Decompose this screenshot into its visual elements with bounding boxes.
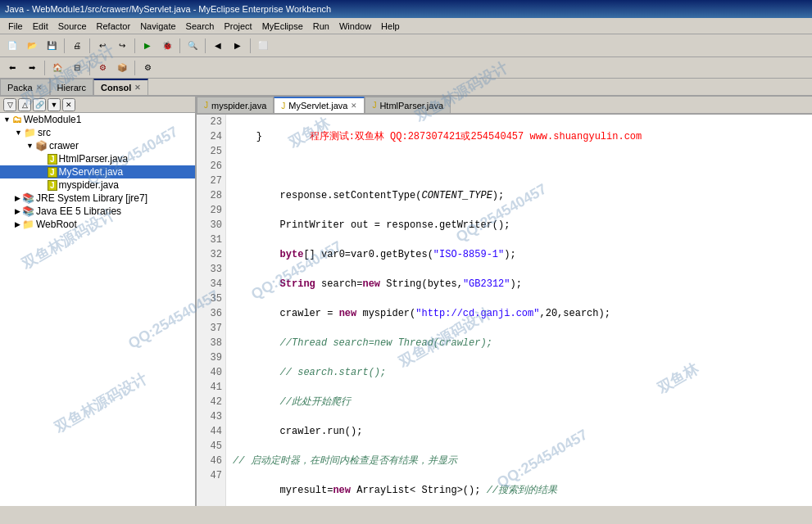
editor-tab-myspider[interactable]: J myspider.java bbox=[197, 97, 274, 113]
undo-button[interactable]: ↩ bbox=[93, 37, 111, 55]
code-line-28: String search=new String(bytes,"GB2312")… bbox=[233, 277, 812, 291]
code-line-32: //此处开始爬行 bbox=[233, 395, 812, 409]
run-button[interactable]: ▶ bbox=[138, 37, 157, 55]
menu-refactor[interactable]: Refactor bbox=[92, 20, 136, 33]
search-toolbar-button[interactable]: 🔍 bbox=[184, 37, 202, 55]
editor-tab-htmlparser[interactable]: J HtmlParser.java bbox=[365, 97, 451, 113]
sidebar-link-btn[interactable]: 🔗 bbox=[33, 98, 46, 111]
tree-item-src[interactable]: ▼ 📁 src bbox=[0, 126, 195, 139]
main-toolbar: 📄 📂 💾 🖨 ↩ ↪ ▶ 🐞 🔍 ◀ ▶ ⬜ bbox=[0, 34, 812, 57]
tab-package-explorer[interactable]: Packa ✕ bbox=[0, 79, 50, 95]
webroot-icon: 📁 bbox=[22, 219, 34, 230]
settings-button[interactable]: ⚙ bbox=[138, 59, 157, 77]
prev-button[interactable]: ◀ bbox=[209, 37, 227, 55]
menu-myeclipse[interactable]: MyEclipse bbox=[257, 20, 308, 33]
webroot-expand-icon[interactable]: ▶ bbox=[15, 220, 20, 228]
menu-help[interactable]: Help bbox=[376, 20, 405, 33]
menu-project[interactable]: Project bbox=[219, 20, 256, 33]
jre-expand-icon[interactable]: ▶ bbox=[15, 194, 20, 202]
expand-icon[interactable]: ▼ bbox=[3, 115, 11, 124]
new-button[interactable]: 📄 bbox=[3, 37, 21, 55]
sidebar-menu-btn[interactable]: ▼ bbox=[48, 98, 61, 111]
tab-console[interactable]: Consol ✕ bbox=[93, 79, 148, 95]
editor-tab-bar: J myspider.java J MyServlet.java ✕ J Htm… bbox=[197, 97, 812, 115]
debug-button[interactable]: 🐞 bbox=[158, 37, 176, 55]
code-line-26: PrintWriter out = response.getWriter(); bbox=[233, 218, 812, 233]
javaee-expand-icon[interactable]: ▶ bbox=[15, 207, 20, 215]
tree-item-javaee[interactable]: ▶ 📚 Java EE 5 Libraries bbox=[0, 205, 195, 218]
red-annotation: 程序测试:双鱼林 QQ:287307421或254540457 www.shua… bbox=[310, 131, 642, 142]
tab-console-label: Consol bbox=[101, 83, 131, 93]
jre-label: JRE System Library [jre7] bbox=[36, 192, 147, 204]
toolbar-sep-1 bbox=[64, 38, 65, 53]
tab-package-close-icon[interactable]: ✕ bbox=[36, 84, 43, 92]
sidebar-collapse-btn[interactable]: ▽ bbox=[3, 98, 16, 111]
project-label: WebModule1 bbox=[24, 114, 82, 125]
tree-item-webmodule1[interactable]: ▼ 🗂 WebModule1 bbox=[0, 113, 195, 126]
code-line-35: myresult=new ArrayList< String>(); //搜索到… bbox=[233, 483, 812, 498]
menu-window[interactable]: Window bbox=[334, 20, 376, 33]
forward-button[interactable]: ➡ bbox=[23, 59, 41, 77]
deploy-button[interactable]: 📦 bbox=[113, 59, 131, 77]
tree-item-crawer[interactable]: ▼ 📦 crawer bbox=[0, 139, 195, 152]
htmlparser-tab-label: HtmlParser.java bbox=[379, 101, 443, 111]
tree-item-webroot[interactable]: ▶ 📁 WebRoot bbox=[0, 218, 195, 231]
myspider-label: myspider.java bbox=[59, 179, 119, 191]
redo-button[interactable]: ↪ bbox=[113, 37, 131, 55]
code-line-29: crawler = new myspider("http://cd.ganji.… bbox=[233, 306, 812, 321]
code-editor[interactable]: 23 24 25 26 27 28 29 30 31 32 33 34 35 3… bbox=[197, 115, 812, 506]
tab-console-close-icon[interactable]: ✕ bbox=[134, 84, 141, 92]
open-button[interactable]: 📂 bbox=[23, 37, 41, 55]
toolbar-sep-2 bbox=[89, 38, 90, 53]
hierarchy-button[interactable]: 🏠 bbox=[48, 59, 66, 77]
title-bar: Java - WebModule1/src/crawer/MyServlet.j… bbox=[0, 0, 812, 18]
menu-run[interactable]: Run bbox=[308, 20, 334, 33]
maximize-button[interactable]: ⬜ bbox=[254, 37, 272, 55]
collapse-button[interactable]: ⊟ bbox=[68, 59, 86, 77]
tab-package-label: Packa bbox=[7, 83, 33, 93]
crawer-expand-icon[interactable]: ▼ bbox=[26, 142, 34, 150]
panel-tab-bar: Packa ✕ Hierarc Consol ✕ bbox=[0, 79, 812, 97]
crawer-label: crawer bbox=[49, 140, 79, 151]
menu-source[interactable]: Source bbox=[53, 20, 92, 33]
print-button[interactable]: 🖨 bbox=[68, 37, 86, 55]
src-expand-icon[interactable]: ▼ bbox=[15, 129, 22, 137]
menu-edit[interactable]: Edit bbox=[28, 20, 53, 33]
code-line-25: response.setContentType(CONTENT_TYPE); bbox=[233, 188, 812, 203]
jre-icon: 📚 bbox=[22, 192, 34, 204]
src-label: src bbox=[38, 127, 51, 138]
sidebar-close-btn[interactable]: ✕ bbox=[62, 98, 75, 111]
tree-item-myspider[interactable]: J myspider.java bbox=[0, 178, 195, 192]
tree-item-htmlparser[interactable]: J HtmlParser.java bbox=[0, 152, 195, 165]
main-layout: ▽ △ 🔗 ▼ ✕ ▼ 🗂 WebModule1 ▼ 📁 src ▼ 📦 cra… bbox=[0, 97, 812, 506]
menu-search[interactable]: Search bbox=[181, 20, 220, 33]
back-button[interactable]: ⬅ bbox=[3, 59, 21, 77]
menu-file[interactable]: File bbox=[3, 20, 28, 33]
code-content[interactable]: } 程序测试:双鱼林 QQ:287307421或254540457 www.sh… bbox=[226, 115, 812, 506]
toolbar-sep-3 bbox=[134, 38, 135, 53]
save-button[interactable]: 💾 bbox=[43, 37, 61, 55]
tree-item-jre[interactable]: ▶ 📚 JRE System Library [jre7] bbox=[0, 192, 195, 205]
sidebar-toolbar: ▽ △ 🔗 ▼ ✕ bbox=[0, 97, 195, 113]
tab-hierarchy-label: Hierarc bbox=[57, 83, 86, 93]
code-line-23: } 程序测试:双鱼林 QQ:287307421或254540457 www.sh… bbox=[233, 129, 812, 144]
secondary-toolbar: ⬅ ➡ 🏠 ⊟ ⚙ 📦 ⚙ bbox=[0, 57, 812, 79]
myservlet-tab-icon: J bbox=[281, 102, 285, 111]
crawer-icon: 📦 bbox=[35, 140, 48, 151]
code-line-34: // 启动定时器，在时间内检查是否有结果，并显示 bbox=[233, 454, 812, 468]
tree-item-myservlet[interactable]: J MyServlet.java bbox=[0, 165, 195, 178]
toolbar-sep-4 bbox=[179, 38, 180, 53]
javaee-icon: 📚 bbox=[22, 206, 34, 217]
sidebar-expand-btn[interactable]: △ bbox=[18, 98, 31, 111]
htmlparser-tab-icon: J bbox=[372, 101, 376, 110]
menu-navigate[interactable]: Navigate bbox=[135, 20, 180, 33]
myspider-tab-icon: J bbox=[204, 101, 208, 110]
connect-button[interactable]: ⚙ bbox=[93, 59, 111, 77]
myservlet-tab-close-icon[interactable]: ✕ bbox=[351, 102, 357, 110]
src-icon: 📁 bbox=[24, 127, 36, 138]
tab-hierarchy[interactable]: Hierarc bbox=[50, 79, 93, 95]
editor-area: J myspider.java J MyServlet.java ✕ J Htm… bbox=[197, 97, 812, 506]
next-button[interactable]: ▶ bbox=[229, 37, 247, 55]
editor-tab-myservlet[interactable]: J MyServlet.java ✕ bbox=[274, 97, 365, 113]
myservlet-tab-label: MyServlet.java bbox=[288, 101, 347, 111]
